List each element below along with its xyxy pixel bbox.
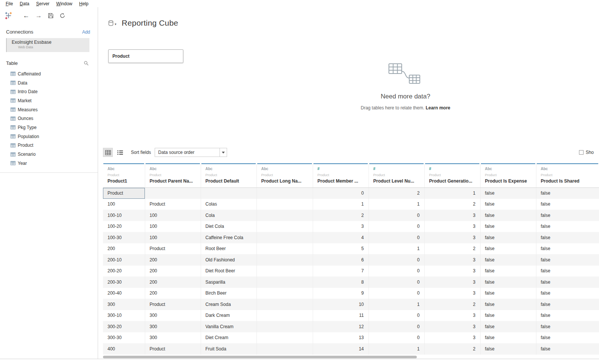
grid-cell[interactable]: false <box>536 254 599 266</box>
grid-cell[interactable]: false <box>480 343 536 355</box>
grid-cell[interactable] <box>256 310 313 321</box>
grid-cell[interactable] <box>256 243 313 255</box>
grid-cell[interactable]: false <box>536 221 599 232</box>
grid-cell[interactable]: false <box>480 266 536 277</box>
grid-cell[interactable]: 200 <box>145 276 201 288</box>
grid-cell[interactable]: Cola <box>201 210 256 221</box>
grid-cell[interactable] <box>256 187 313 199</box>
grid-cell[interactable]: Product <box>145 243 201 255</box>
grid-cell[interactable]: 100 <box>145 232 201 243</box>
table-item-scenario[interactable]: Scenario <box>0 150 98 159</box>
grid-cell[interactable]: false <box>536 276 599 288</box>
grid-cell[interactable]: 0 <box>369 276 424 288</box>
connection-item[interactable]: ExoInsight Essbase Web Data <box>6 38 89 52</box>
grid-cell[interactable]: 100 <box>145 210 201 221</box>
grid-cell[interactable]: 200-10 <box>103 254 145 266</box>
show-checkbox[interactable] <box>579 150 584 155</box>
table-item-intro-date[interactable]: Intro Date <box>0 87 98 96</box>
grid-cell[interactable]: 1 <box>424 187 480 199</box>
grid-cell[interactable]: 12 <box>313 321 369 332</box>
grid-cell[interactable]: false <box>536 232 599 243</box>
grid-cell[interactable]: 2 <box>313 210 369 221</box>
grid-cell[interactable] <box>256 254 313 266</box>
grid-cell[interactable] <box>256 321 313 332</box>
refresh-icon[interactable] <box>60 13 65 18</box>
grid-cell[interactable]: 300 <box>145 332 201 344</box>
grid-cell[interactable]: 300-10 <box>103 310 145 321</box>
grid-cell[interactable]: 0 <box>369 321 424 332</box>
grid-cell[interactable]: 7 <box>313 266 369 277</box>
sort-order-dropdown[interactable]: Data source order <box>155 148 227 157</box>
grid-cell[interactable]: Diet Cola <box>201 221 256 232</box>
grid-cell[interactable]: 3 <box>424 288 480 299</box>
grid-cell[interactable]: Product <box>145 343 201 355</box>
table-item-caffeinated[interactable]: Caffeinated <box>0 69 98 78</box>
grid-cell[interactable]: false <box>480 199 536 210</box>
datasource-title[interactable]: Reporting Cube <box>122 18 178 28</box>
datasource-cube-icon[interactable] <box>108 20 114 26</box>
grid-cell[interactable]: 300-20 <box>103 321 145 332</box>
save-icon[interactable] <box>48 13 54 18</box>
grid-cell[interactable]: false <box>536 288 599 299</box>
grid-cell[interactable]: false <box>480 232 536 243</box>
grid-cell[interactable]: 10 <box>313 299 369 310</box>
grid-cell[interactable]: 2 <box>424 199 480 210</box>
column-header-product-long-na[interactable]: AbcProductProduct Long Na... <box>256 163 313 187</box>
grid-cell[interactable]: Fruit Soda <box>201 343 256 355</box>
grid-cell[interactable]: 300 <box>103 299 145 310</box>
grid-cell[interactable]: false <box>536 343 599 355</box>
grid-cell[interactable]: 1 <box>313 199 369 210</box>
grid-cell[interactable]: 4 <box>313 232 369 243</box>
table-item-measures[interactable]: Measures <box>0 105 98 114</box>
grid-cell[interactable]: 0 <box>369 254 424 266</box>
grid-cell[interactable]: 0 <box>369 232 424 243</box>
grid-cell[interactable]: false <box>480 254 536 266</box>
grid-cell[interactable] <box>256 276 313 288</box>
grid-cell[interactable]: Product <box>145 199 201 210</box>
grid-cell[interactable]: 200 <box>103 243 145 255</box>
datasource-menu-caret-icon[interactable]: ▾ <box>115 22 117 26</box>
grid-cell[interactable]: 3 <box>424 276 480 288</box>
grid-cell[interactable]: false <box>536 199 599 210</box>
grid-cell[interactable]: Diet Root Beer <box>201 266 256 277</box>
grid-cell[interactable]: 8 <box>313 276 369 288</box>
grid-cell[interactable]: 200 <box>145 254 201 266</box>
table-item-year[interactable]: Year <box>0 159 98 168</box>
add-connection-link[interactable]: Add <box>82 29 90 35</box>
grid-cell[interactable]: Dark Cream <box>201 310 256 321</box>
grid-cell[interactable]: Product <box>145 299 201 310</box>
grid-cell[interactable]: 3 <box>424 232 480 243</box>
grid-cell[interactable]: false <box>536 299 599 310</box>
grid-cell[interactable]: Root Beer <box>201 243 256 255</box>
grid-cell[interactable] <box>256 221 313 232</box>
table-item-ounces[interactable]: Ounces <box>0 114 98 123</box>
grid-cell[interactable] <box>201 187 256 199</box>
search-icon[interactable] <box>84 61 89 66</box>
grid-cell[interactable]: 14 <box>313 343 369 355</box>
grid-cell[interactable]: 3 <box>313 221 369 232</box>
grid-cell[interactable]: false <box>480 321 536 332</box>
grid-cell[interactable]: Birch Beer <box>201 288 256 299</box>
grid-cell[interactable]: false <box>480 210 536 221</box>
grid-cell[interactable] <box>145 187 201 199</box>
grid-cell[interactable]: false <box>536 210 599 221</box>
grid-cell[interactable]: 100-30 <box>103 232 145 243</box>
grid-cell[interactable]: 0 <box>313 187 369 199</box>
grid-cell[interactable]: false <box>480 310 536 321</box>
forward-button[interactable]: → <box>35 12 42 19</box>
grid-cell[interactable]: false <box>536 321 599 332</box>
grid-cell[interactable]: Product <box>103 187 145 199</box>
list-view-button[interactable] <box>115 148 125 157</box>
grid-cell[interactable]: 200-20 <box>103 266 145 277</box>
grid-cell[interactable]: 100 <box>103 199 145 210</box>
column-header-product-is-shared[interactable]: AbcProductProduct Is Shared <box>536 163 599 187</box>
grid-cell[interactable]: 3 <box>424 310 480 321</box>
grid-cell[interactable] <box>256 232 313 243</box>
grid-cell[interactable]: 200 <box>145 288 201 299</box>
column-header-product-parent-na[interactable]: AbcProductProduct Parent Na... <box>145 163 201 187</box>
grid-cell[interactable] <box>256 299 313 310</box>
grid-cell[interactable]: false <box>480 187 536 199</box>
grid-cell[interactable]: 300 <box>145 321 201 332</box>
grid-cell[interactable]: false <box>480 299 536 310</box>
grid-cell[interactable]: 100-20 <box>103 221 145 232</box>
